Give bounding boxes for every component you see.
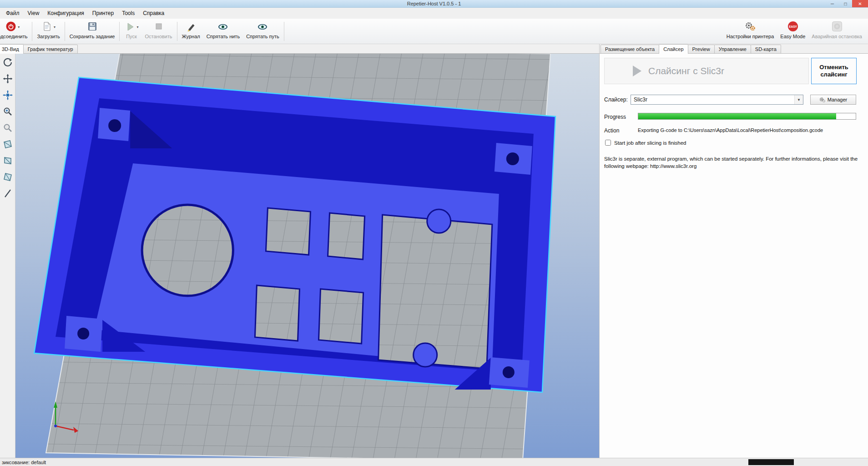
magnifier-icon[interactable] bbox=[1, 122, 14, 134]
toolbar-save-job-button[interactable]: Сохранить задание bbox=[66, 20, 118, 43]
progress-label: Progress bbox=[604, 114, 626, 120]
toolbar-stop-button: Остановить bbox=[141, 20, 175, 43]
toolbar-separator bbox=[177, 22, 177, 41]
emergency-stop-icon bbox=[831, 20, 843, 34]
rotate-view-icon[interactable] bbox=[1, 56, 14, 69]
load-dropdown-caret[interactable]: ▾ bbox=[54, 25, 56, 29]
status-text: зиксование: default bbox=[2, 460, 46, 465]
tab-3d-view[interactable]: 3D-Вид bbox=[0, 44, 24, 54]
stop-icon bbox=[153, 21, 164, 33]
slicer-select[interactable]: Slic3r ▼ bbox=[631, 95, 803, 105]
easy-mode-badge: EASY bbox=[787, 21, 798, 33]
maximize-button[interactable]: □ bbox=[839, 0, 852, 7]
view-top-icon[interactable] bbox=[1, 171, 14, 183]
toolbar-load-button[interactable]: ▾ Загрузить bbox=[34, 20, 63, 43]
window-title: Repetier-Host V1.0.5 - 1 bbox=[0, 1, 868, 6]
cancel-slicing-button[interactable]: Отменить слайсинг bbox=[811, 58, 857, 84]
zoom-in-icon[interactable] bbox=[1, 105, 14, 118]
play-icon bbox=[633, 66, 641, 76]
view-side-toolbar bbox=[0, 54, 15, 458]
toolbar-separator bbox=[32, 22, 32, 41]
svg-text:EASY: EASY bbox=[789, 25, 797, 28]
play-icon bbox=[124, 21, 135, 33]
toolbar-start-button: ▾ Пуск bbox=[121, 20, 141, 43]
menu-config[interactable]: Конфигурация bbox=[43, 8, 88, 18]
viewport-column: 3D-Вид График температур bbox=[0, 44, 600, 458]
slicer-info-text: Slic3r is separate, external program, wh… bbox=[604, 156, 864, 170]
menu-file[interactable]: Файл bbox=[2, 8, 24, 18]
view-front-icon[interactable] bbox=[1, 138, 14, 151]
manager-button[interactable]: Manager bbox=[810, 95, 856, 105]
menu-view[interactable]: View bbox=[24, 8, 44, 18]
toolbar-hide-travel-button[interactable]: Спрятать путь bbox=[243, 20, 283, 43]
3d-viewport[interactable] bbox=[15, 54, 599, 458]
power-icon bbox=[5, 21, 16, 33]
toolbar-easy-mode-button[interactable]: EASY Easy Mode bbox=[777, 20, 808, 43]
document-icon bbox=[41, 21, 52, 33]
tab-slicer[interactable]: Слайсер bbox=[659, 44, 688, 54]
connect-dropdown-caret[interactable]: ▾ bbox=[18, 25, 20, 29]
main-toolbar: ▾ одсоединить ▾ Загрузить bbox=[0, 19, 868, 44]
tab-object-placement[interactable]: Размещение объекта bbox=[601, 45, 659, 53]
control-panel: Размещение объекта Слайсер Preview Управ… bbox=[600, 44, 868, 458]
title-bar: Repetier-Host V1.0.5 - 1 ─ □ ✕ bbox=[0, 0, 868, 8]
eye-icon bbox=[217, 21, 229, 33]
toolbar-log-button[interactable]: Журнал bbox=[179, 20, 203, 43]
start-dropdown-caret: ▾ bbox=[136, 25, 138, 29]
toolbar-separator bbox=[65, 22, 65, 41]
toolbar-printer-settings-button[interactable]: Настройки принтера bbox=[723, 20, 777, 43]
eye-icon bbox=[257, 21, 268, 33]
toolbar-emergency-stop-button: Аварийная остановка bbox=[808, 20, 865, 43]
pencil-icon bbox=[186, 21, 197, 33]
slice-button: Слайсинг с Slic3r bbox=[604, 58, 809, 84]
status-bar: зиксование: default bbox=[0, 458, 868, 466]
slicer-label: Слайсер: bbox=[604, 96, 628, 103]
gears-icon bbox=[744, 21, 756, 33]
progress-bar bbox=[638, 113, 856, 120]
action-label: Action bbox=[604, 127, 619, 134]
move-object-icon[interactable] bbox=[1, 89, 14, 101]
toolbar-hide-filament-button[interactable]: Спрятать нить bbox=[203, 20, 243, 43]
pan-view-icon[interactable] bbox=[1, 72, 14, 85]
view-tab-row: 3D-Вид График температур bbox=[0, 44, 599, 54]
progress-fill bbox=[638, 113, 836, 119]
menu-help[interactable]: Справка bbox=[139, 8, 168, 18]
toolbar-separator bbox=[119, 22, 120, 41]
minimize-button[interactable]: ─ bbox=[826, 0, 839, 7]
chevron-down-icon[interactable]: ▼ bbox=[794, 95, 803, 104]
model-object bbox=[34, 77, 555, 392]
tab-preview[interactable]: Preview bbox=[688, 45, 715, 53]
menu-printer[interactable]: Принтер bbox=[88, 8, 118, 18]
status-dark-segment bbox=[748, 459, 794, 465]
panel-tab-row: Размещение объекта Слайсер Preview Управ… bbox=[600, 44, 868, 54]
view-side-icon[interactable] bbox=[1, 154, 14, 167]
menu-bar: Файл View Конфигурация Принтер Tools Спр… bbox=[0, 8, 868, 19]
menu-tools[interactable]: Tools bbox=[118, 8, 139, 18]
tab-temperature-graph[interactable]: График температур bbox=[23, 45, 78, 53]
close-button[interactable]: ✕ bbox=[852, 0, 868, 7]
action-value: Exporting G-code to C:\Users\sazn\AppDat… bbox=[638, 127, 861, 133]
floppy-icon bbox=[87, 21, 98, 33]
tab-control[interactable]: Управление bbox=[714, 45, 751, 53]
toolbar-connect-button[interactable]: ▾ одсоединить bbox=[0, 20, 30, 43]
cross-section-icon[interactable] bbox=[1, 187, 14, 200]
start-job-checkbox-label: Start job after slicing is finished bbox=[614, 140, 686, 146]
start-job-checkbox[interactable] bbox=[605, 140, 611, 146]
tab-sd-card[interactable]: SD-карта bbox=[751, 45, 781, 53]
slicer-select-value: Slic3r bbox=[634, 96, 647, 103]
app-window: Repetier-Host V1.0.5 - 1 ─ □ ✕ Файл View… bbox=[0, 0, 868, 466]
toolbar-separator bbox=[284, 22, 284, 41]
slicer-panel: Слайсинг с Slic3r Отменить слайсинг Слай… bbox=[600, 54, 868, 458]
gear-icon bbox=[819, 97, 825, 103]
